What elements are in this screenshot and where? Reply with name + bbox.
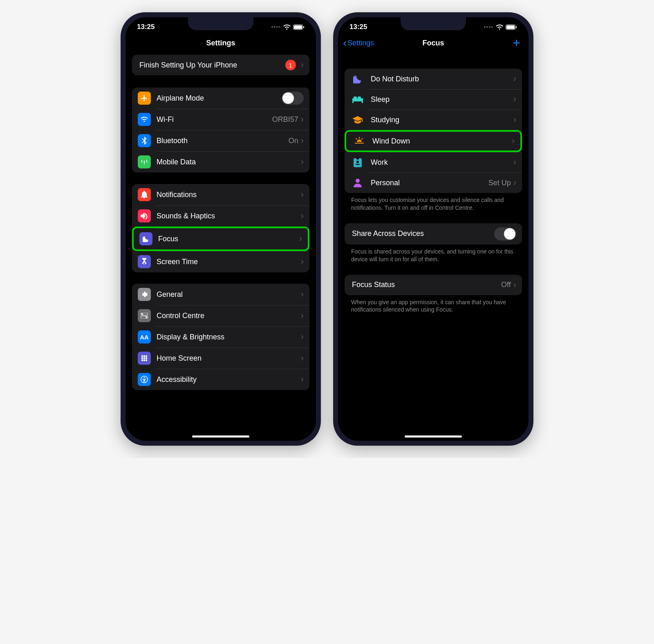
chevron-right-icon: ›: [513, 157, 516, 168]
page-title: Settings: [206, 39, 235, 47]
focus-status-label: Focus Status: [350, 280, 501, 289]
add-button[interactable]: +: [513, 36, 520, 51]
row-sounds[interactable]: Sounds & Haptics ›: [132, 205, 309, 227]
plus-icon: +: [513, 36, 520, 50]
svg-point-4: [141, 313, 143, 315]
airplane-label: Airplane Mode: [157, 94, 282, 103]
personal-value: Set Up: [488, 179, 511, 187]
row-home-screen[interactable]: Home Screen ›: [132, 348, 309, 369]
airplane-toggle[interactable]: [282, 92, 304, 105]
gear-icon: [138, 288, 151, 301]
focus-footer-3: When you give an app permission, it can …: [345, 298, 522, 314]
airplane-icon: [138, 92, 151, 105]
home-indicator[interactable]: [405, 435, 462, 438]
notifications-label: Notifications: [157, 191, 301, 199]
svg-rect-12: [146, 357, 147, 359]
chevron-right-icon: ›: [513, 177, 516, 188]
focus-label: Focus: [158, 235, 299, 243]
chevron-right-icon: ›: [301, 310, 304, 321]
chevron-right-icon: ›: [513, 114, 516, 125]
antenna-icon: [138, 155, 151, 168]
chevron-right-icon: ›: [301, 332, 304, 342]
phone-right: 13:25 •••• ‹ Settings Focus +: [333, 12, 533, 446]
row-general[interactable]: General ›: [132, 284, 309, 305]
svg-rect-29: [356, 164, 360, 165]
row-focus[interactable]: Focus ›: [132, 227, 309, 251]
home-screen-label: Home Screen: [157, 354, 301, 363]
accessibility-label: Accessibility: [157, 375, 301, 384]
row-screentime[interactable]: Screen Time ›: [132, 251, 309, 272]
svg-rect-27: [356, 157, 359, 159]
notch: [401, 17, 466, 30]
bluetooth-label: Bluetooth: [157, 137, 289, 145]
banner-badge: 1: [285, 60, 296, 70]
back-button[interactable]: ‹ Settings: [343, 36, 374, 49]
content-right[interactable]: Do Not Disturb › Sleep › Studying ›: [338, 52, 529, 441]
group-connectivity: Airplane Mode Wi-Fi ORBI57 › Bluetooth: [132, 88, 309, 173]
studying-label: Studying: [371, 116, 513, 124]
mobile-data-label: Mobile Data: [157, 158, 301, 166]
svg-rect-10: [141, 357, 143, 359]
share-label: Share Across Devices: [350, 229, 494, 238]
screentime-label: Screen Time: [157, 258, 301, 266]
group-general: General › Control Centre › AA Display & …: [132, 284, 309, 390]
row-share-across[interactable]: Share Across Devices: [345, 223, 522, 245]
content-left[interactable]: Finish Setting Up Your iPhone 1 › Airpla…: [125, 52, 316, 441]
row-mobile-data[interactable]: Mobile Data ›: [132, 151, 309, 173]
signal-dots-icon: ••••: [271, 24, 281, 30]
group-focus-modes: Do Not Disturb › Sleep › Studying ›: [345, 69, 522, 193]
graduation-cap-icon: [350, 116, 365, 123]
row-personal[interactable]: Personal Set Up ›: [345, 173, 522, 193]
nav-bar-focus: ‹ Settings Focus +: [338, 34, 529, 52]
row-wifi[interactable]: Wi-Fi ORBI57 ›: [132, 109, 309, 130]
chevron-right-icon: ›: [301, 135, 304, 146]
chevron-right-icon: ›: [301, 60, 304, 70]
chevron-right-icon: ›: [513, 280, 516, 290]
bed-icon: [350, 96, 365, 103]
row-notifications[interactable]: Notifications ›: [132, 184, 309, 205]
battery-icon: [293, 25, 305, 30]
back-label: Settings: [347, 39, 374, 47]
svg-rect-13: [141, 359, 143, 361]
home-indicator[interactable]: [192, 435, 249, 438]
grid-icon: [138, 352, 151, 365]
row-setup-banner[interactable]: Finish Setting Up Your iPhone 1 ›: [132, 55, 309, 75]
row-control-centre[interactable]: Control Centre ›: [132, 305, 309, 326]
chevron-right-icon: ›: [301, 289, 304, 300]
row-focus-status[interactable]: Focus Status Off ›: [345, 275, 522, 295]
bluetooth-value: On: [289, 137, 298, 145]
svg-rect-24: [354, 96, 357, 99]
nav-bar-settings: Settings: [125, 34, 316, 52]
accessibility-icon: [138, 373, 151, 386]
chevron-right-icon: ›: [301, 374, 304, 385]
row-sleep[interactable]: Sleep ›: [345, 89, 522, 110]
share-toggle[interactable]: [494, 227, 516, 240]
svg-rect-1: [294, 25, 302, 29]
chevron-right-icon: ›: [301, 211, 304, 221]
chevron-right-icon: ›: [299, 233, 302, 244]
display-label: Display & Brightness: [157, 333, 301, 341]
control-centre-label: Control Centre: [157, 312, 301, 320]
wifi-value: ORBI57: [272, 115, 298, 124]
row-winddown[interactable]: Wind Down ›: [345, 130, 522, 152]
svg-rect-15: [146, 359, 147, 361]
speaker-icon: [138, 209, 151, 222]
row-studying[interactable]: Studying ›: [345, 110, 522, 130]
svg-rect-19: [506, 25, 515, 29]
page-title: Focus: [422, 39, 444, 47]
status-time: 13:25: [137, 23, 155, 31]
row-work[interactable]: Work ›: [345, 152, 522, 173]
battery-icon: [506, 25, 517, 30]
row-dnd[interactable]: Do Not Disturb ›: [345, 69, 522, 89]
group-focus: Notifications › Sounds & Haptics › Focus…: [132, 184, 309, 272]
row-display[interactable]: AA Display & Brightness ›: [132, 326, 309, 348]
row-airplane[interactable]: Airplane Mode: [132, 88, 309, 109]
chevron-right-icon: ›: [301, 256, 304, 267]
sleep-label: Sleep: [371, 95, 513, 104]
row-accessibility[interactable]: Accessibility ›: [132, 369, 309, 390]
chevron-right-icon: ›: [513, 94, 516, 105]
moon-icon: [350, 74, 365, 83]
row-bluetooth[interactable]: Bluetooth On ›: [132, 130, 309, 151]
svg-point-30: [356, 179, 360, 183]
svg-rect-23: [362, 101, 363, 103]
